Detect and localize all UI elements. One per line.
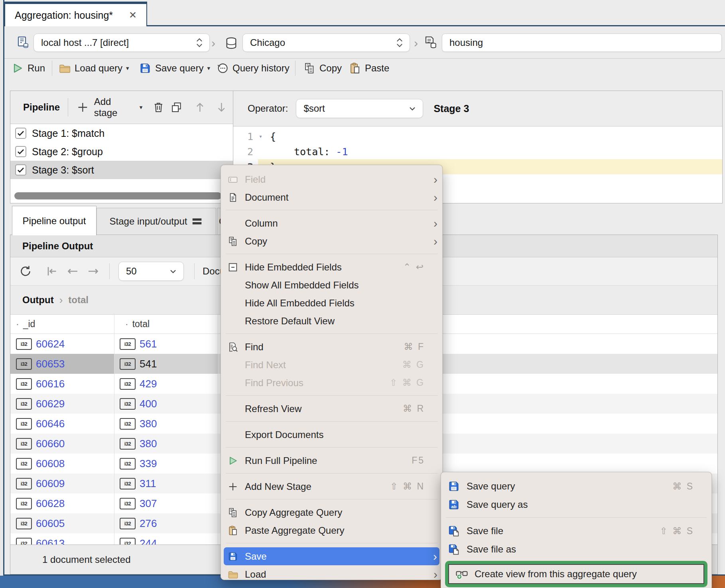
move-stage-down-button[interactable]	[215, 101, 228, 114]
tab-aggregation-housing[interactable]: Aggregation: housing* ✕	[4, 2, 147, 26]
menu-item-copy-aggregate-query[interactable]: Copy Aggregate Query	[221, 503, 442, 521]
status-text: 1 document selected	[42, 554, 130, 565]
menu-item-save[interactable]: Save›	[224, 547, 439, 565]
stage-label: Stage 1: $match	[32, 128, 104, 139]
menu-item-paste-aggregate-query[interactable]: Paste Aggregate Query	[221, 521, 442, 539]
menu-item-restore-default-view[interactable]: Restore Default View	[221, 312, 442, 330]
submenu-item-save-query-as[interactable]: abSave query as	[441, 495, 711, 514]
cell-id[interactable]: i3260660	[10, 434, 114, 454]
fold-triangle-icon[interactable]: ▾	[258, 133, 270, 140]
submenu-item-save-file[interactable]: Save file⇧ ⌘ S	[441, 522, 711, 540]
cell-total[interactable]: i32339	[114, 454, 218, 474]
menu-item-find[interactable]: Find⌘ F	[221, 338, 442, 356]
menu-item-copy[interactable]: Copy›	[221, 232, 442, 250]
query-history-label: Query history	[232, 63, 290, 74]
cell-total[interactable]: i32429	[114, 374, 218, 394]
cell-total[interactable]: i32311	[114, 474, 218, 493]
stage-checkbox[interactable]	[15, 146, 26, 157]
cell-id[interactable]: i3260608	[10, 454, 114, 474]
save-query-button[interactable]: Save query ▾	[139, 60, 210, 76]
cell-total[interactable]: i32541	[114, 354, 218, 374]
database-select[interactable]: Chicago	[242, 34, 410, 52]
cell-total[interactable]: i32380	[114, 434, 218, 454]
int32-type-icon: i32	[120, 458, 136, 470]
cell-total[interactable]: i32307	[114, 493, 218, 513]
menu-item-run-full-pipeline[interactable]: Run Full PipelineF5	[221, 452, 442, 470]
stage-checkbox[interactable]	[15, 164, 26, 176]
column-divider	[218, 314, 218, 546]
submenu-arrow-icon: ›	[428, 191, 437, 203]
menu-item-refresh-view[interactable]: Refresh View⌘ R	[221, 400, 442, 418]
refresh-icon[interactable]	[18, 264, 33, 278]
collection-value: housing	[449, 37, 716, 48]
copy-button[interactable]: Copy	[303, 60, 342, 76]
operator-select[interactable]: $sort	[296, 99, 423, 118]
pipeline-stage-2[interactable]: Stage 2: $group	[10, 142, 233, 161]
icon-slot	[227, 403, 238, 414]
previous-page-icon[interactable]	[65, 264, 80, 278]
submenu-arrow-icon: ›	[428, 568, 437, 580]
save-submenu: Save query⌘ SabSave query asSave file⇧ ⌘…	[441, 472, 712, 588]
column-header-total[interactable]: · total	[120, 319, 229, 330]
run-button[interactable]: Run	[11, 60, 45, 76]
caret-down-icon: ▾	[140, 104, 143, 111]
cell-id[interactable]: i3260609	[10, 474, 114, 493]
menu-item-document[interactable]: Document›	[221, 188, 442, 206]
cell-id[interactable]: i3260616	[10, 374, 114, 394]
paste-button[interactable]: Paste	[349, 60, 389, 76]
menu-separator	[226, 254, 437, 254]
add-stage-button[interactable]: Add stage	[94, 96, 136, 118]
cell-total[interactable]: i32380	[114, 414, 218, 434]
tab-pipeline-output[interactable]: Pipeline output	[12, 206, 97, 235]
save-query-label: Save query	[155, 63, 203, 74]
icon-slot	[227, 359, 238, 371]
menu-item-hide-embedded-fields[interactable]: Hide Embedded Fields⌃ ↩	[221, 258, 442, 276]
column-header-id[interactable]: · _id	[10, 319, 120, 330]
cell-id[interactable]: i3260646	[10, 414, 114, 434]
move-stage-up-button[interactable]	[193, 101, 207, 114]
collection-field[interactable]: housing	[442, 34, 722, 52]
close-tab-icon[interactable]: ✕	[129, 10, 137, 21]
int32-type-icon: i32	[120, 438, 136, 450]
submenu-item-create-view-from-this-aggregate-query[interactable]: Create view from this aggregate query	[449, 565, 703, 583]
next-page-icon[interactable]	[86, 264, 100, 278]
operator-label: Operator:	[233, 103, 288, 114]
tab-stage-input-output[interactable]: Stage input/output	[97, 208, 216, 235]
cell-id[interactable]: i3260628	[10, 493, 114, 513]
query-history-button[interactable]: Query history	[216, 60, 290, 76]
duplicate-stage-button[interactable]	[170, 101, 183, 114]
int32-type-icon: i32	[120, 378, 136, 390]
cell-id[interactable]: i3260653	[10, 354, 114, 374]
cell-id[interactable]: i3260605	[10, 513, 114, 533]
field-icon	[227, 174, 238, 185]
int32-type-icon: i32	[16, 438, 32, 450]
stage-label: Stage 3: $sort	[32, 164, 94, 176]
page-size-select[interactable]: 50	[118, 262, 184, 281]
submenu-item-save-query[interactable]: Save query⌘ S	[441, 477, 711, 495]
int32-type-icon: i32	[120, 418, 136, 430]
menu-item-hide-all-embedded-fields[interactable]: Hide All Embedded Fields	[221, 294, 442, 312]
cell-id[interactable]: i3260629	[10, 394, 114, 414]
menu-item-add-new-stage[interactable]: Add New Stage⇧ ⌘ N	[221, 478, 442, 495]
first-page-icon[interactable]	[45, 264, 59, 278]
pipeline-stage-3[interactable]: Stage 3: $sort	[10, 161, 233, 179]
cell-total[interactable]: i32561	[114, 334, 218, 354]
cell-id[interactable]: i3260624	[10, 334, 114, 354]
menu-item-column[interactable]: Column›	[221, 214, 442, 232]
connection-select[interactable]: local host ...7 [direct]	[33, 34, 210, 52]
pipeline-stage-1[interactable]: Stage 1: $match	[10, 124, 233, 142]
breadcrumb-chevron-icon: ›	[211, 34, 215, 52]
cell-total[interactable]: i32400	[114, 394, 218, 414]
menu-item-show-all-embedded-fields[interactable]: Show All Embedded Fields	[221, 276, 442, 294]
menu-shortcut: ⇧ ⌘ S	[660, 526, 694, 537]
menu-item-load[interactable]: Load›	[221, 565, 442, 583]
folder-icon	[227, 569, 238, 580]
menu-label: Hide All Embedded Fields	[245, 298, 355, 309]
menu-item-export-documents[interactable]: Export Documents	[221, 426, 442, 444]
cell-total[interactable]: i32276	[114, 513, 218, 533]
load-query-button[interactable]: Load query ▾	[58, 60, 129, 76]
stage-checkbox[interactable]	[15, 128, 26, 139]
submenu-item-save-file-as[interactable]: Save file as	[441, 540, 711, 558]
delete-stage-button[interactable]	[152, 101, 165, 114]
horizontal-scrollbar[interactable]	[14, 192, 222, 199]
